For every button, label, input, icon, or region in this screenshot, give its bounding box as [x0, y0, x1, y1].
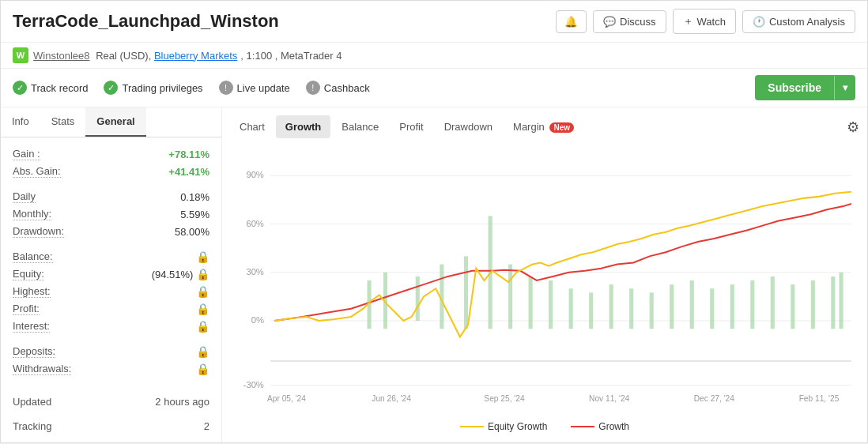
- tab-growth[interactable]: Growth: [276, 115, 331, 138]
- withdrawals-row: Withdrawals: 🔒: [13, 360, 209, 378]
- updated-label: Updated: [13, 396, 51, 408]
- tab-stats[interactable]: Stats: [40, 107, 86, 137]
- broker-link[interactable]: Blueberry Markets: [154, 50, 237, 62]
- badge-live-update: ! Live update: [219, 81, 290, 95]
- svg-text:0%: 0%: [251, 315, 264, 325]
- username-link[interactable]: Winstonlee8: [33, 50, 90, 62]
- custom-analysis-button[interactable]: 🕐 Custom Analysis: [742, 10, 855, 33]
- interest-lock-icon: 🔒: [196, 320, 209, 333]
- tab-profit[interactable]: Profit: [390, 115, 432, 138]
- svg-rect-25: [670, 284, 674, 329]
- svg-rect-17: [508, 265, 512, 329]
- badge-track-record-label: Track record: [31, 82, 88, 94]
- interest-row: Interest: 🔒: [13, 318, 209, 335]
- tab-general[interactable]: General: [85, 107, 145, 137]
- badge-cashback: ! Cashback: [306, 81, 370, 95]
- badge-trading-privileges-label: Trading privileges: [122, 82, 202, 94]
- svg-text:90%: 90%: [246, 170, 263, 179]
- svg-text:Sep 25, '24: Sep 25, '24: [484, 394, 525, 403]
- subscribe-button[interactable]: Subscribe ▾: [755, 75, 855, 100]
- account-type: Real (USD),: [93, 50, 154, 62]
- subheader: W Winstonlee8 Real (USD), Blueberry Mark…: [1, 43, 867, 69]
- svg-rect-32: [811, 280, 815, 329]
- left-tabs: Info Stats General: [1, 107, 221, 137]
- legend-equity-growth: Equity Growth: [460, 421, 547, 432]
- profit-row: Profit: 🔒: [13, 300, 209, 318]
- daily-value: 0.18%: [180, 191, 209, 203]
- deposits-label: Deposits:: [13, 345, 55, 358]
- svg-rect-21: [589, 292, 593, 329]
- svg-rect-13: [416, 277, 420, 321]
- monthly-label: Monthly:: [13, 208, 51, 220]
- legend-growth: Growth: [571, 421, 629, 432]
- svg-rect-26: [690, 280, 694, 329]
- growth-chart: 90% 60% 30% 0% -30%: [230, 146, 859, 415]
- equity-lock-icon: 🔒: [196, 268, 209, 280]
- subscribe-chevron: ▾: [834, 76, 855, 100]
- balance-label: Balance:: [13, 250, 53, 263]
- info-icon: !: [219, 81, 233, 95]
- monthly-value: 5.59%: [180, 209, 209, 220]
- gain-row: Gain : +78.11%: [13, 145, 209, 163]
- gain-value: +78.11%: [168, 149, 209, 160]
- svg-text:Nov 11, '24: Nov 11, '24: [589, 394, 630, 403]
- deposits-lock-icon: 🔒: [196, 345, 209, 358]
- withdrawals-lock-icon: 🔒: [196, 363, 209, 375]
- chart-settings-button[interactable]: ⚙: [847, 119, 859, 136]
- highest-label: Highest:: [13, 285, 51, 298]
- svg-rect-15: [464, 256, 468, 329]
- svg-rect-22: [609, 284, 613, 329]
- avatar: W: [13, 47, 28, 63]
- badge-track-record: ✓ Track record: [13, 81, 88, 95]
- drawdown-label: Drawdown:: [13, 225, 64, 238]
- svg-rect-29: [750, 280, 754, 329]
- growth-line-sample: [571, 426, 594, 427]
- badge-live-update-label: Live update: [237, 82, 290, 94]
- abs-gain-label: Abs. Gain:: [13, 165, 61, 178]
- clock-icon: 🕐: [753, 16, 765, 28]
- stats-panel: Gain : +78.11% Abs. Gain: +41.41% Daily …: [1, 137, 221, 442]
- main-content: Info Stats General Gain : +78.11% Abs. G…: [1, 107, 867, 442]
- tab-info[interactable]: Info: [1, 107, 40, 137]
- tracking-label: Tracking: [13, 420, 51, 432]
- svg-rect-33: [831, 277, 835, 329]
- badge-trading-privileges: ✓ Trading privileges: [104, 81, 202, 95]
- badges-bar: ✓ Track record ✓ Trading privileges ! Li…: [1, 69, 867, 107]
- left-panel: Info Stats General Gain : +78.11% Abs. G…: [1, 107, 222, 442]
- tab-chart[interactable]: Chart: [230, 115, 274, 138]
- equity-row: Equity: (94.51%) 🔒: [13, 265, 209, 283]
- tab-margin[interactable]: Margin New: [504, 115, 583, 138]
- discuss-button[interactable]: 💬 Discuss: [593, 10, 666, 33]
- watch-button[interactable]: ＋ Watch: [673, 9, 736, 34]
- svg-rect-28: [730, 284, 734, 329]
- svg-text:Apr 05, '24: Apr 05, '24: [267, 394, 306, 403]
- svg-text:Feb 11, '25: Feb 11, '25: [799, 394, 840, 403]
- subscribe-label: Subscribe: [755, 75, 834, 100]
- chart-legend: Equity Growth Growth: [230, 421, 859, 432]
- growth-label: Growth: [598, 421, 629, 432]
- highest-row: Highest: 🔒: [13, 283, 209, 300]
- daily-label: Daily: [13, 190, 36, 203]
- tab-drawdown[interactable]: Drawdown: [435, 115, 502, 138]
- gain-label: Gain :: [13, 148, 40, 160]
- badge-cashback-label: Cashback: [324, 82, 370, 94]
- tracking-value: 2: [204, 420, 209, 432]
- header-actions: 🔔 💬 Discuss ＋ Watch 🕐 Custom Analysis: [556, 9, 855, 34]
- abs-gain-row: Abs. Gain: +41.41%: [13, 163, 209, 180]
- withdrawals-label: Withdrawals:: [13, 363, 71, 375]
- tab-balance[interactable]: Balance: [332, 115, 388, 138]
- bell-button[interactable]: 🔔: [556, 10, 587, 33]
- new-badge: New: [549, 122, 574, 133]
- main-container: TerraCode_Launchpad_Winston 🔔 💬 Discuss …: [0, 0, 868, 443]
- interest-label: Interest:: [13, 320, 50, 333]
- checkmark-icon: ✓: [13, 81, 27, 95]
- checkmark-icon-2: ✓: [104, 81, 118, 95]
- drawdown-row: Drawdown: 58.00%: [13, 223, 209, 240]
- equity-label: Equity:: [13, 268, 44, 280]
- chart-area: 90% 60% 30% 0% -30%: [230, 146, 859, 415]
- svg-text:60%: 60%: [246, 219, 263, 228]
- equity-growth-label: Equity Growth: [488, 421, 547, 432]
- balance-row: Balance: 🔒: [13, 248, 209, 265]
- equity-growth-line-sample: [460, 426, 484, 427]
- svg-rect-19: [549, 280, 553, 329]
